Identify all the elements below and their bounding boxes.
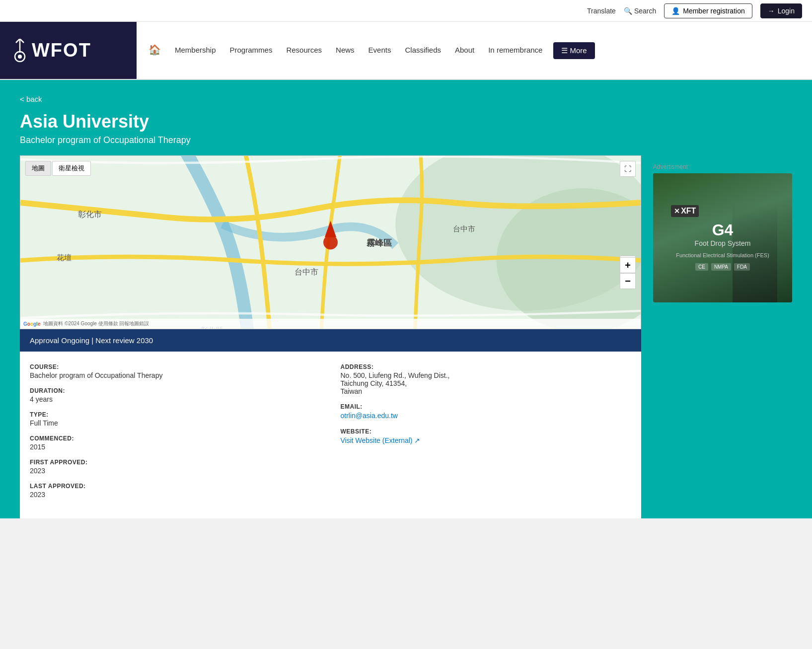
logo-icon: [12, 39, 28, 63]
sidebar-right: Advertisment ✕ XFT G4 Foot Drop System F…: [653, 155, 792, 518]
nav-more-button[interactable]: ☰ More: [553, 42, 594, 59]
login-button[interactable]: → Login: [760, 3, 802, 18]
page-subtitle: Bachelor program of Occupational Therapy: [20, 135, 792, 145]
nav-item-classifieds[interactable]: Classifieds: [398, 22, 448, 79]
website-group: WEBSITE: Visit Website (External) ↗: [341, 428, 632, 445]
search-icon: 🔍: [624, 7, 632, 15]
zoom-out-btn[interactable]: −: [620, 273, 636, 289]
commenced-value: 2015: [30, 443, 321, 451]
nav-item-news[interactable]: News: [329, 22, 362, 79]
email-label: EMAIL:: [341, 403, 632, 410]
page-header-section: < back Asia University Bachelor program …: [0, 80, 812, 518]
address-line3: Taiwan: [341, 387, 632, 395]
map-zoom-controls: + −: [620, 257, 636, 289]
back-link[interactable]: < back: [20, 95, 42, 103]
svg-point-4: [18, 55, 22, 59]
website-label: WEBSITE:: [341, 428, 632, 435]
svg-text:台中市: 台中市: [453, 225, 475, 233]
course-label: COURSE:: [30, 363, 321, 370]
map-footer-text: 地圖資料 ©2024 Google 使用條款 回報地圖錯誤: [43, 320, 149, 327]
duration-label: DURATION:: [30, 387, 321, 394]
member-registration-button[interactable]: 👤 Member registration: [664, 3, 752, 18]
last-approved-group: LAST APPROVED: 2023: [30, 483, 321, 499]
email-group: EMAIL: otrlin@asia.edu.tw: [341, 403, 632, 420]
fullscreen-icon: ⛶: [624, 165, 631, 173]
first-approved-value: 2023: [30, 467, 321, 475]
nav-item-membership[interactable]: Membership: [168, 22, 223, 79]
course-group: COURSE: Bachelor program of Occupational…: [30, 363, 321, 379]
map-footer: G o o g l e 地圖資料 ©2024 Google 使用條款 回報地圖錯…: [20, 319, 641, 329]
map-controls: 地圖 衛星檢視: [25, 161, 91, 176]
header: WFOT 🏠 Membership Programmes Resources N…: [0, 22, 812, 80]
last-approved-label: LAST APPROVED:: [30, 483, 321, 490]
map-view-btn[interactable]: 地圖: [25, 161, 51, 176]
satellite-view-btn[interactable]: 衛星檢視: [52, 161, 91, 176]
nav-area: 🏠 Membership Programmes Resources News E…: [137, 22, 812, 79]
duration-group: DURATION: 4 years: [30, 387, 321, 403]
ad-badge-ce: CE: [695, 263, 708, 271]
search-link[interactable]: 🔍 Search: [624, 7, 656, 15]
ad-product-sub: Foot Drop System: [671, 239, 774, 247]
logo-area: WFOT: [0, 22, 137, 79]
email-link[interactable]: otrlin@asia.edu.tw: [341, 412, 398, 420]
ad-product-name: G4: [671, 221, 774, 239]
nav-item-in-remembrance[interactable]: In remembrance: [481, 22, 549, 79]
ad-badges: CE NMPA FDA: [671, 263, 774, 271]
nav-item-programmes[interactable]: Programmes: [223, 22, 280, 79]
svg-text:彰化市: 彰化市: [78, 210, 102, 218]
duration-value: 4 years: [30, 395, 321, 403]
svg-text:霧峰區: 霧峰區: [367, 238, 392, 248]
commenced-group: COMMENCED: 2015: [30, 435, 321, 451]
ad-badge-fda: FDA: [734, 263, 750, 271]
nav-item-about[interactable]: About: [448, 22, 481, 79]
first-approved-group: FIRST APPROVED: 2023: [30, 459, 321, 475]
ad-badge-nmpa: NMPA: [711, 263, 731, 271]
info-section: COURSE: Bachelor program of Occupational…: [20, 352, 641, 518]
address-group: ADDRESS: No. 500, Liufeng Rd., Wufeng Di…: [341, 363, 632, 395]
address-label: ADDRESS:: [341, 363, 632, 370]
map-placeholder: 彰化市 花壇 彰化縣 台中市 霧峰區 台中市: [20, 156, 641, 329]
course-value: Bachelor program of Occupational Therapy: [30, 371, 321, 379]
type-value: Full Time: [30, 419, 321, 427]
last-approved-value: 2023: [30, 491, 321, 499]
nav-item-events[interactable]: Events: [362, 22, 398, 79]
type-group: TYPE: Full Time: [30, 411, 321, 427]
course-details-column: COURSE: Bachelor program of Occupational…: [30, 363, 321, 506]
svg-text:台中市: 台中市: [295, 268, 318, 276]
page-title: Asia University: [20, 111, 792, 132]
status-bar: Approval Ongoing | Next review 2030: [20, 329, 641, 352]
google-logo: G: [23, 321, 27, 327]
commenced-label: COMMENCED:: [30, 435, 321, 442]
address-line1: No. 500, Liufeng Rd., Wufeng Dist.,: [341, 371, 632, 379]
svg-text:花壇: 花壇: [57, 254, 72, 262]
advertisement: ✕ XFT G4 Foot Drop System Functional Ele…: [653, 173, 792, 302]
address-details-column: ADDRESS: No. 500, Liufeng Rd., Wufeng Di…: [341, 363, 632, 506]
ad-description: Functional Electrical Stimulation (FES): [671, 252, 774, 258]
website-link[interactable]: Visit Website (External) ↗: [341, 436, 421, 444]
login-icon: →: [768, 7, 775, 15]
nav-item-home[interactable]: 🏠: [142, 22, 168, 79]
translate-link[interactable]: Translate: [587, 7, 616, 15]
hamburger-icon: ☰: [561, 46, 568, 55]
nav-list: 🏠 Membership Programmes Resources News E…: [142, 22, 549, 79]
logo: WFOT: [12, 39, 91, 63]
first-approved-label: FIRST APPROVED:: [30, 459, 321, 466]
address-line2: Taichung City, 41354,: [341, 379, 632, 387]
zoom-in-btn[interactable]: +: [620, 257, 636, 273]
map-fullscreen-btn[interactable]: ⛶: [620, 161, 636, 177]
nav-item-resources[interactable]: Resources: [279, 22, 329, 79]
person-icon: 👤: [671, 7, 680, 15]
ad-logo: ✕ XFT: [671, 205, 774, 217]
map-container[interactable]: 彰化市 花壇 彰化縣 台中市 霧峰區 台中市 地圖 衛星檢視: [20, 155, 641, 329]
ad-label: Advertisment: [653, 163, 792, 170]
type-label: TYPE:: [30, 411, 321, 418]
top-bar: Translate 🔍 Search 👤 Member registration…: [0, 0, 812, 22]
